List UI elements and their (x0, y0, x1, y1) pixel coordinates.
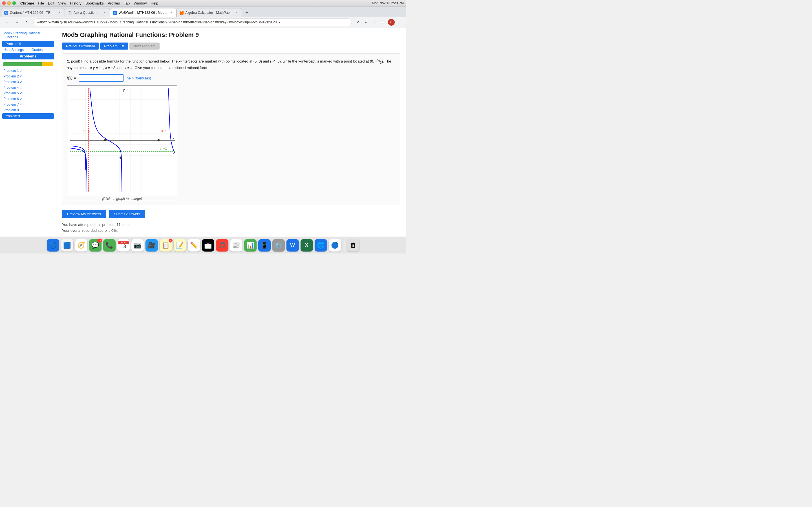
tabbar: C Content / MTH 122 06 - TR -... × ? Ask… (0, 6, 406, 17)
menu-file[interactable]: File (38, 1, 44, 5)
back-button[interactable]: ← (3, 18, 11, 26)
dock-appstore[interactable]: 📱 (258, 239, 271, 251)
problem-item-3[interactable]: Problem 3 ✓ (0, 79, 56, 85)
dock-trash[interactable]: 🗑 (347, 239, 359, 251)
tab-favicon-4: A (180, 11, 184, 15)
menu-chrome[interactable]: Chrome (20, 1, 34, 5)
menu-bookmarks[interactable]: Bookmarks (86, 1, 104, 5)
tab-close-2[interactable]: × (102, 10, 107, 15)
problem-item-6[interactable]: Problem 6 ✓ (0, 96, 56, 102)
attempt-score: Your overall recorded score is 0%. (62, 228, 400, 234)
tab-content[interactable]: C Content / MTH 122 06 - TR -... × (1, 8, 65, 17)
dock-numbers[interactable]: 📊 (244, 239, 257, 251)
problem-item-4[interactable]: Problem 4 ... (0, 85, 56, 91)
main-content: Mod5 Graphing Rational Functions: Proble… (56, 28, 406, 237)
sidebar-breadcrumb[interactable]: Mod5 Graphing Rational Functions (0, 30, 56, 40)
svg-point-30 (119, 157, 122, 159)
maximize-btn[interactable] (12, 1, 16, 5)
menu-history[interactable]: History (70, 1, 81, 5)
address-icons: ↗ ★ ⇓ ☰ C ⋮ (354, 19, 403, 25)
addressbar: ← → ↻ ↗ ★ ⇓ ☰ C ⋮ (0, 17, 406, 28)
menu-view[interactable]: View (58, 1, 66, 5)
address-input[interactable] (33, 18, 352, 26)
menu-window[interactable]: Window (134, 1, 147, 5)
minimize-btn[interactable] (7, 1, 11, 5)
dock-safari[interactable]: 🧭 (75, 239, 87, 251)
problem-item-1[interactable]: Problem 1 ✓ (0, 68, 56, 73)
problem-item-2[interactable]: Problem 2 ✓ (0, 73, 56, 79)
problem-box: (1 point) Find a possible formula for th… (62, 54, 400, 205)
dock-news[interactable]: 📰 (230, 239, 243, 251)
close-btn[interactable] (2, 1, 6, 5)
formula-input[interactable] (79, 74, 124, 82)
dock-facetime[interactable]: 📞 (103, 239, 116, 251)
tab-close-3[interactable]: × (169, 10, 173, 15)
tab-close-4[interactable]: × (234, 10, 239, 15)
formula-row: f(x) = help (formulas) (67, 74, 396, 82)
notes-badge: 2 (168, 238, 172, 242)
tab-ask-question[interactable]: ? Ask a Question × (65, 8, 110, 17)
dock-calendar[interactable]: NOV 13 (117, 239, 130, 251)
dock-excel[interactable]: X (301, 239, 313, 251)
tab-title-1: Content / MTH 122 06 - TR -... (10, 11, 56, 15)
previous-problem-button[interactable]: Previous Problem (62, 43, 99, 50)
profile-icon[interactable]: C (388, 19, 395, 25)
dock-launchpad[interactable]: 🟦 (61, 239, 73, 251)
menu-tab[interactable]: Tab (124, 1, 130, 5)
problem-item-9[interactable]: Problem 9 ... (2, 113, 54, 119)
tab-close-1[interactable]: × (57, 10, 62, 15)
problem-item-8[interactable]: Problem 8 ... (0, 107, 56, 113)
sidebar-toggle-icon[interactable]: ☰ (379, 19, 386, 25)
svg-text:y: y (123, 88, 125, 92)
progress-bar-container (0, 61, 56, 68)
tab-favicon-2: ? (68, 11, 72, 15)
sidebar-grades[interactable]: Grades (28, 46, 46, 52)
tab-algebra[interactable]: A Algebra Calculator - MathPap... × (176, 8, 242, 17)
next-problem-button[interactable]: Next Problem (130, 43, 160, 50)
new-tab-button[interactable]: + (243, 9, 251, 17)
dock-finder[interactable]: 🔵 (47, 239, 59, 251)
progress-green (3, 62, 42, 66)
traffic-lights (2, 1, 16, 5)
dock-notes[interactable]: 📋 2 (160, 239, 172, 251)
dock-stickies[interactable]: 📝 (174, 239, 186, 251)
menu-help[interactable]: Help (151, 1, 158, 5)
dock-chrome[interactable]: 🔵 (329, 239, 341, 251)
bookmark-icon[interactable]: ★ (363, 19, 369, 25)
problem-item-7[interactable]: Problem 7 ✓ (0, 102, 56, 107)
help-link[interactable]: help (formulas) (126, 76, 151, 80)
dock-photos[interactable]: 📷 (132, 239, 144, 251)
progress-bar (3, 62, 53, 66)
graph-svg: x y y=−1 x=−3 x=4 x (67, 86, 177, 195)
problem-list-button[interactable]: Problem List (100, 43, 128, 50)
dock-word[interactable]: W (287, 239, 299, 251)
svg-text:x=−3: x=−3 (83, 129, 90, 132)
svg-text:x=4: x=4 (161, 129, 166, 132)
problem-item-5[interactable]: Problem 5 ✓ (0, 91, 56, 96)
more-icon[interactable]: ⋮ (396, 19, 403, 25)
tab-title-3: WeBWorK : MTH122-06 : Mod... (119, 11, 167, 15)
dock-zoom[interactable]: 🎥 (146, 239, 158, 251)
dock-music[interactable]: 🎵 (216, 239, 229, 251)
dock-freeform[interactable]: ✏️ (188, 239, 200, 251)
reload-button[interactable]: ↻ (23, 18, 31, 26)
menu-edit[interactable]: Edit (48, 1, 54, 5)
graph-container[interactable]: x y y=−1 x=−3 x=4 x (67, 85, 177, 201)
dock-systemprefs[interactable]: ⚙️ (272, 239, 285, 251)
tab-favicon-1: C (4, 11, 8, 15)
svg-text:y=−1: y=−1 (160, 147, 167, 150)
dock: 🔵 🟦 🧭 💬 16 📞 NOV 13 📷 🎥 📋 2 📝 ✏️ 📺 🎵 📰 (0, 237, 406, 253)
tab-title-2: Ask a Question (73, 11, 101, 15)
dock-messages[interactable]: 💬 16 (89, 239, 101, 251)
download-icon[interactable]: ⇓ (371, 19, 378, 25)
tab-webwork[interactable]: W WeBWorK : MTH122-06 : Mod... × (110, 8, 176, 17)
menu-profiles[interactable]: Profiles (108, 1, 120, 5)
sidebar-user-settings[interactable]: User Settings (0, 46, 27, 52)
submit-answers-button[interactable]: Submit Answers (109, 210, 145, 218)
share-icon[interactable]: ↗ (354, 19, 361, 25)
svg-text:x: x (172, 136, 174, 140)
preview-answers-button[interactable]: Preview My Answers (62, 210, 106, 218)
forward-button[interactable]: → (13, 18, 21, 26)
dock-browser2[interactable]: 🌐 (315, 239, 327, 251)
dock-appletv[interactable]: 📺 (202, 239, 214, 251)
